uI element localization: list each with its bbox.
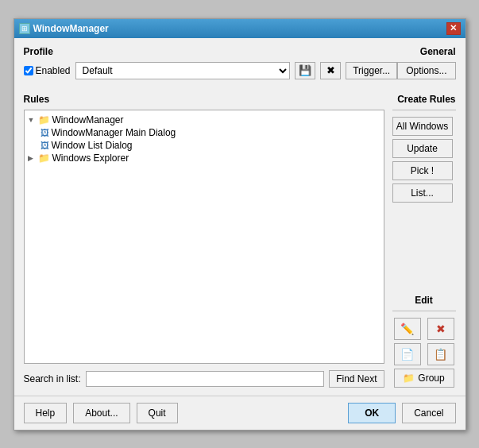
tree-item-wm[interactable]: ▼ 📁 WindowManager <box>28 114 380 126</box>
right-panel: Create Rules All Windows Update Pick ! L… <box>392 94 456 388</box>
cancel-button[interactable]: Cancel <box>402 403 455 423</box>
general-label: General <box>420 46 456 57</box>
update-button[interactable]: Update <box>392 139 453 158</box>
enabled-label[interactable]: Enabled <box>24 65 71 76</box>
main-window: ⊞ WindowManager ✕ Profile Enabled Defaul… <box>14 18 466 431</box>
tree-item-we[interactable]: ▶ 📁 Windows Explorer <box>28 152 380 164</box>
search-label: Search in list: <box>24 373 81 384</box>
divider-1 <box>392 110 456 110</box>
rules-label: Rules <box>24 94 384 105</box>
tree-label-we: Windows Explorer <box>52 153 129 164</box>
find-next-button[interactable]: Find Next <box>329 370 384 388</box>
expand-icon-we: ▶ <box>28 154 36 162</box>
edit-delete-button[interactable]: ✖ <box>427 318 454 340</box>
content-area: Profile Enabled Default 💾 ✖ Trigger... G… <box>14 38 465 396</box>
save-profile-button[interactable]: 💾 <box>295 62 315 79</box>
window-title: WindowManager <box>33 23 109 34</box>
folder-icon-wm: 📁 <box>38 114 50 126</box>
quit-button[interactable]: Quit <box>137 403 178 423</box>
tree-label-wm-main: WindowManager Main Dialog <box>52 127 176 138</box>
expand-icon-wm: ▼ <box>28 116 36 124</box>
paste-button[interactable]: 📋 <box>427 343 454 365</box>
window-app-icon-list: 🖼 <box>41 141 49 150</box>
profile-row: Enabled Default 💾 ✖ Trigger... <box>24 62 398 79</box>
window-app-icon-main: 🖼 <box>41 128 49 137</box>
edit-pencil-button[interactable]: ✏️ <box>394 318 421 340</box>
tree-item-wm-list[interactable]: 🖼 Window List Dialog <box>41 139 380 152</box>
create-rules-section: Create Rules All Windows Update Pick ! L… <box>392 94 456 206</box>
ok-button[interactable]: OK <box>348 403 396 423</box>
options-button[interactable]: Options... <box>397 62 455 79</box>
edit-section: Edit ✏️ ✖ 📄 📋 📁 Group <box>392 295 456 388</box>
close-button[interactable]: ✕ <box>446 22 461 35</box>
edit-label: Edit <box>392 295 456 306</box>
tree-item-wm-main[interactable]: 🖼 WindowManager Main Dialog <box>41 126 380 139</box>
copy-button[interactable]: 📄 <box>394 343 421 365</box>
group-button[interactable]: 📁 Group <box>394 369 454 388</box>
tree-container[interactable]: ▼ 📁 WindowManager 🖼 WindowManager Main D… <box>24 110 384 364</box>
edit-grid-row2: 📄 📋 <box>392 343 456 365</box>
delete-profile-button[interactable]: ✖ <box>320 62 341 79</box>
search-row: Search in list: Find Next <box>24 370 384 388</box>
general-side: General Options... <box>397 46 455 79</box>
left-panel: Rules ▼ 📁 WindowManager 🖼 WindowManager … <box>24 94 384 388</box>
search-input[interactable] <box>86 371 325 387</box>
help-button[interactable]: Help <box>24 403 68 423</box>
divider-2 <box>392 311 456 311</box>
enabled-checkbox[interactable] <box>24 66 33 75</box>
edit-grid-row1: ✏️ ✖ <box>392 318 456 340</box>
profile-label: Profile <box>24 46 398 57</box>
tree-label-wm: WindowManager <box>52 114 124 126</box>
create-rules-label: Create Rules <box>392 94 456 105</box>
pick-button[interactable]: Pick ! <box>392 161 453 180</box>
window-icon: ⊞ <box>19 23 30 34</box>
trigger-button[interactable]: Trigger... <box>346 62 397 79</box>
group-label: Group <box>418 373 444 384</box>
title-bar: ⊞ WindowManager ✕ <box>14 19 465 38</box>
main-area: Rules ▼ 📁 WindowManager 🖼 WindowManager … <box>24 94 456 388</box>
top-area: Profile Enabled Default 💾 ✖ Trigger... G… <box>24 46 456 89</box>
folder-icon-we: 📁 <box>38 153 50 164</box>
about-button[interactable]: About... <box>73 403 129 423</box>
group-folder-icon: 📁 <box>403 373 415 384</box>
bottom-bar: Help About... Quit OK Cancel <box>14 396 465 430</box>
all-windows-button[interactable]: All Windows <box>392 117 453 136</box>
profile-section: Profile Enabled Default 💾 ✖ Trigger... <box>24 46 398 89</box>
profile-dropdown[interactable]: Default <box>75 62 291 79</box>
tree-label-wm-list: Window List Dialog <box>52 140 133 151</box>
list-button[interactable]: List... <box>392 183 453 203</box>
